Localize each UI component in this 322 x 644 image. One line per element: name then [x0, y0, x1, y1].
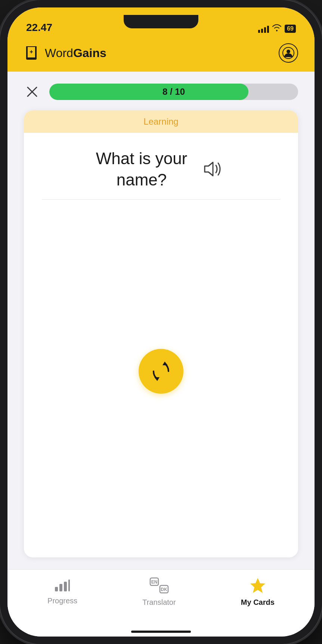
home-indicator [7, 622, 315, 637]
notch [124, 15, 198, 28]
translator-icon: EN DK [149, 577, 169, 595]
svg-marker-16 [250, 578, 265, 593]
progress-icon [54, 579, 71, 594]
wifi-icon [272, 24, 282, 34]
signal-bars-icon [258, 25, 269, 33]
close-button[interactable] [24, 84, 40, 100]
svg-rect-11 [68, 579, 70, 591]
svg-text:+: + [30, 49, 33, 55]
profile-button[interactable] [279, 43, 298, 63]
nav-item-progress[interactable]: Progress [40, 576, 85, 608]
nav-label-translator: Translator [142, 598, 176, 607]
nav-label-my-cards: My Cards [241, 598, 275, 607]
flashcard-label-bar: Learning [24, 110, 298, 133]
svg-marker-7 [154, 377, 160, 381]
app-title-bold: Gains [73, 46, 106, 60]
main-content: 8 / 10 Learning What is yourname? [7, 72, 315, 569]
progress-row: 8 / 10 [24, 84, 298, 100]
progress-bar-container: 8 / 10 [49, 84, 298, 100]
signal-bar-3 [264, 27, 266, 33]
nav-label-progress: Progress [47, 597, 77, 605]
svg-marker-6 [162, 362, 168, 365]
signal-bar-1 [258, 30, 260, 33]
flip-button[interactable] [139, 349, 183, 394]
battery-icon: 69 [285, 25, 296, 33]
svg-rect-10 [64, 582, 67, 591]
flashcard-question-row: What is yourname? [42, 148, 280, 200]
svg-text:EN: EN [151, 579, 158, 585]
app-header: + WordGains [7, 37, 315, 72]
my-cards-icon [249, 577, 267, 595]
progress-bar-fill [49, 84, 248, 100]
signal-bar-2 [261, 29, 263, 33]
flashcard-question: What is yourname? [96, 148, 188, 190]
flashcard-answer-area [139, 200, 183, 543]
svg-rect-9 [59, 584, 62, 591]
flashcard: Learning What is yourname? [24, 110, 298, 557]
phone-screen: 22.47 69 [7, 7, 315, 637]
progress-text: 8 / 10 [162, 87, 185, 97]
nav-item-my-cards[interactable]: My Cards [233, 574, 282, 610]
nav-item-translator[interactable]: EN DK Translator [135, 574, 183, 610]
app-logo-icon: + [24, 45, 40, 61]
status-icons: 69 [258, 24, 296, 34]
flashcard-label: Learning [143, 116, 178, 126]
home-bar [131, 631, 191, 633]
app-title-word: Word [45, 46, 73, 60]
svg-rect-8 [55, 587, 58, 591]
speaker-button[interactable] [199, 156, 226, 182]
bottom-nav: Progress EN DK Translator [7, 569, 315, 622]
app-title: WordGains [45, 46, 106, 60]
flashcard-body: What is yourname? [24, 133, 298, 557]
svg-text:DK: DK [161, 587, 167, 592]
svg-point-3 [287, 50, 290, 53]
signal-bar-4 [267, 26, 269, 33]
phone-frame: 22.47 69 [0, 0, 322, 644]
app-logo: + WordGains [24, 45, 106, 61]
